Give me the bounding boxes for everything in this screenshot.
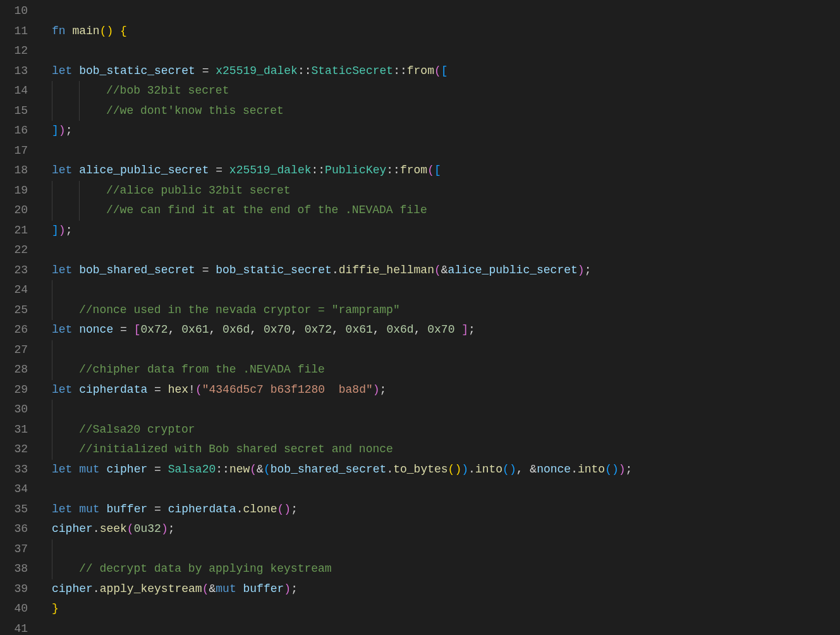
code-line[interactable]: let bob_shared_secret = bob_static_secre… bbox=[42, 261, 840, 281]
token-br3: ( bbox=[605, 460, 612, 480]
code-line[interactable]: cipher.apply_keystream(&mut buffer); bbox=[42, 579, 840, 600]
code-line[interactable]: //we can find it at the end of the .NEVA… bbox=[42, 200, 840, 221]
code-line[interactable] bbox=[42, 400, 840, 420]
code-line[interactable]: let nonce = [0x72, 0x61, 0x6d, 0x70, 0x7… bbox=[42, 320, 840, 340]
token-var: bob_shared_secret bbox=[271, 460, 387, 480]
code-line[interactable] bbox=[42, 539, 840, 560]
code-line[interactable] bbox=[42, 340, 840, 361]
token-op: , bbox=[516, 460, 530, 480]
token-op: , bbox=[168, 320, 182, 340]
indent-guide bbox=[52, 360, 79, 380]
code-editor[interactable]: 1011121314151617181920212223242526272829… bbox=[0, 0, 840, 635]
indent-guide bbox=[42, 300, 52, 321]
code-line[interactable] bbox=[42, 240, 840, 261]
code-line[interactable]: // decrypt data by applying keystream bbox=[42, 559, 840, 579]
code-line[interactable] bbox=[42, 619, 840, 636]
token-var: bob_static_secret bbox=[79, 61, 195, 82]
token-kw: let bbox=[52, 500, 79, 520]
token-op: & bbox=[209, 579, 216, 600]
code-line[interactable]: let mut buffer = cipherdata.clone(); bbox=[42, 500, 840, 520]
token-var: cipher bbox=[52, 579, 93, 600]
line-number: 41 bbox=[0, 619, 28, 636]
token-br1: ) bbox=[106, 22, 113, 42]
token-op: ; bbox=[585, 261, 592, 281]
token-kw: mut bbox=[216, 579, 243, 600]
token-op: :: bbox=[386, 161, 400, 181]
token-var: alice_public_secret bbox=[79, 161, 209, 181]
token-ty: PublicKey bbox=[325, 161, 386, 181]
line-number: 33 bbox=[0, 460, 28, 480]
indent-guide bbox=[52, 440, 79, 460]
token-br2: ( bbox=[127, 519, 134, 539]
indent-guide bbox=[42, 81, 52, 101]
token-br2: ( bbox=[434, 261, 441, 281]
code-line[interactable]: } bbox=[42, 599, 840, 619]
token-ty: Salsa20 bbox=[168, 460, 216, 480]
code-line[interactable]: //we dont'know this secret bbox=[42, 101, 840, 121]
code-line[interactable]: fn main() { bbox=[42, 22, 840, 42]
token-op: = bbox=[209, 161, 229, 181]
line-number: 22 bbox=[0, 240, 28, 261]
indent-guide bbox=[42, 380, 52, 400]
line-number: 13 bbox=[0, 61, 28, 82]
token-var: cipher bbox=[52, 519, 93, 539]
code-line[interactable]: //chipher data from the .NEVADA file bbox=[42, 360, 840, 380]
line-number: 38 bbox=[0, 559, 28, 579]
code-line[interactable]: //alice public 32bit secret bbox=[42, 181, 840, 201]
token-num: 0x72 bbox=[140, 320, 167, 340]
token-kw: mut bbox=[79, 500, 106, 520]
token-br2: [ bbox=[134, 320, 141, 340]
line-number: 34 bbox=[0, 479, 28, 500]
indent-guide bbox=[42, 340, 52, 361]
token-kw: let bbox=[52, 320, 79, 340]
token-cmt: //Salsa20 cryptor bbox=[79, 420, 195, 440]
token-num: 0u32 bbox=[134, 519, 161, 539]
indent-guide bbox=[52, 559, 79, 579]
token-op: = bbox=[195, 61, 216, 82]
code-line[interactable] bbox=[42, 1, 840, 22]
token-cmt: // decrypt data by applying keystream bbox=[79, 559, 332, 579]
indent-guide bbox=[79, 200, 106, 221]
token-cmt: //initialized with Bob shared secret and… bbox=[79, 440, 393, 460]
code-line[interactable]: //Salsa20 cryptor bbox=[42, 420, 840, 440]
token-var: bob_shared_secret bbox=[79, 261, 195, 281]
token-op: ; bbox=[468, 320, 475, 340]
token-br1: { bbox=[120, 22, 127, 42]
indent-guide bbox=[42, 121, 52, 141]
token-br3: ] bbox=[52, 221, 59, 241]
token-br2: ( bbox=[434, 61, 441, 82]
token-mac: hex bbox=[168, 380, 188, 400]
code-line[interactable]: //initialized with Bob shared secret and… bbox=[42, 440, 840, 460]
code-line[interactable]: //nonce used in the nevada cryptor = "ra… bbox=[42, 300, 840, 321]
token-op: , bbox=[332, 320, 346, 340]
token-br3: ) bbox=[461, 460, 468, 480]
token-br1: ( bbox=[100, 22, 107, 42]
code-line[interactable]: let alice_public_secret = x25519_dalek::… bbox=[42, 161, 840, 181]
token-var: bob_static_secret bbox=[216, 261, 332, 281]
code-line[interactable]: let mut cipher = Salsa20::new(&(bob_shar… bbox=[42, 460, 840, 480]
token-op: ; bbox=[291, 500, 298, 520]
indent-guide bbox=[42, 479, 52, 500]
code-line[interactable]: //bob 32bit secret bbox=[42, 81, 840, 101]
code-line[interactable]: ]); bbox=[42, 221, 840, 241]
token-op: ; bbox=[168, 519, 175, 539]
token-kw: let bbox=[52, 61, 79, 82]
line-number-gutter: 1011121314151617181920212223242526272829… bbox=[0, 1, 42, 635]
token-fn: main bbox=[72, 22, 99, 42]
code-area[interactable]: fn main() {let bob_static_secret = x2551… bbox=[42, 1, 840, 635]
token-op: = bbox=[147, 380, 167, 400]
line-number: 35 bbox=[0, 500, 28, 520]
token-op: , bbox=[291, 320, 305, 340]
code-line[interactable] bbox=[42, 141, 840, 161]
token-op: . bbox=[571, 460, 578, 480]
code-line[interactable]: cipher.seek(0u32); bbox=[42, 519, 840, 539]
indent-guide bbox=[42, 420, 52, 440]
code-line[interactable]: let bob_static_secret = x25519_dalek::St… bbox=[42, 61, 840, 82]
code-line[interactable] bbox=[42, 479, 840, 500]
code-line[interactable]: let cipherdata = hex!("4346d5c7 b63f1280… bbox=[42, 380, 840, 400]
token-op bbox=[113, 22, 120, 42]
code-line[interactable]: ]); bbox=[42, 121, 840, 141]
code-line[interactable] bbox=[42, 41, 840, 61]
code-line[interactable] bbox=[42, 280, 840, 300]
token-op: :: bbox=[216, 460, 229, 480]
